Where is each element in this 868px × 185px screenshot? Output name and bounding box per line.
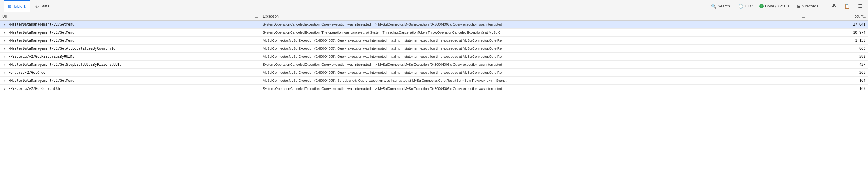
status-dot <box>760 4 764 8</box>
url-value: /MasterDataManagement/v2/GetAllLocalitie… <box>8 47 116 51</box>
row-expand-icon[interactable]: ▶ <box>2 22 7 27</box>
search-icon: 🔍 <box>711 4 716 9</box>
row-expand-icon[interactable]: ▶ <box>2 54 7 59</box>
cell-exception: MySqlConnector.MySqlException (0x8000400… <box>260 53 807 61</box>
cell-url: ▶/MasterDataManagement/v2/GetStopListUUI… <box>0 61 260 69</box>
copy-icon: 📋 <box>844 3 850 9</box>
cell-url: ▶/orders/v2/GetOrder <box>0 69 260 77</box>
table-row[interactable]: ▶/orders/v2/GetOrderMySqlConnector.MySql… <box>0 69 868 77</box>
row-expand-icon[interactable]: ▶ <box>2 78 7 83</box>
search-label: Search <box>718 4 730 8</box>
cell-exception: System.OperationCanceledException: Query… <box>260 21 807 29</box>
col-header-url[interactable]: Url ☰ <box>0 12 260 21</box>
cell-count: 1,158 <box>807 37 868 44</box>
cell-url: ▶/MasterDataManagement/v2/GetMenu <box>0 77 260 85</box>
copy-button[interactable]: 📋 <box>843 2 851 10</box>
table-row[interactable]: ▶/MasterDataManagement/v2/GetMenuMySqlCo… <box>0 77 868 85</box>
cell-url: ▶/MasterDataManagement/v2/GetMenu <box>0 37 260 44</box>
tab-table1-label: Table 1 <box>13 4 26 9</box>
url-value: /Pizzeria/v2/GetCurrentShift <box>8 87 66 91</box>
table-row[interactable]: ▶/MasterDataManagement/v2/GetMenuSystem.… <box>0 21 868 29</box>
cell-count: 160 <box>807 85 868 93</box>
cell-url: ▶/MasterDataManagement/v2/GetMenu <box>0 21 260 29</box>
table-body: ▶/MasterDataManagement/v2/GetMenuSystem.… <box>0 21 868 93</box>
utc-button[interactable]: 🕐 UTC <box>737 3 754 10</box>
table-row[interactable]: ▶/MasterDataManagement/v2/GetMenuSystem.… <box>0 29 868 37</box>
row-expand-icon[interactable]: ▶ <box>2 38 7 43</box>
records-label: 9 records <box>802 4 818 8</box>
tab-bar: ⊞ Table 1 ◎ Stats 🔍 Search 🕐 UTC Done (0… <box>0 0 868 12</box>
menu-icon: ☰ <box>858 3 862 9</box>
url-value: /orders/v2/GetOrder <box>8 70 48 75</box>
cell-count: 863 <box>807 44 868 53</box>
cell-exception: MySqlConnector.MySqlException (0x8000400… <box>260 69 807 77</box>
cell-count: 592 <box>807 53 868 61</box>
cell-count: 437 <box>807 61 868 69</box>
url-value: /MasterDataManagement/v2/GetStopListUUId… <box>8 62 122 67</box>
search-button[interactable]: 🔍 Search <box>709 3 732 10</box>
cell-url: ▶/Pizzeria/v2/GetPizzeriasByUUIDs <box>0 53 260 61</box>
url-value: /MasterDataManagement/v2/GetMenu <box>8 30 74 34</box>
table-row[interactable]: ▶/MasterDataManagement/v2/GetMenuMySqlCo… <box>0 37 868 44</box>
cell-count: 266 <box>807 69 868 77</box>
eye-icon: 👁 <box>832 4 836 9</box>
col-header-count[interactable]: count_ ☰ <box>807 12 868 21</box>
col-exception-label: Exception <box>263 14 279 19</box>
table-row[interactable]: ▶/MasterDataManagement/v2/GetAllLocaliti… <box>0 44 868 53</box>
toolbar: 🔍 Search 🕐 UTC Done (0.216 s) ⊞ 9 record… <box>709 2 864 10</box>
toolbar-divider <box>825 3 825 9</box>
records-button[interactable]: ⊞ 9 records <box>795 3 820 10</box>
table-icon: ⊞ <box>8 4 11 9</box>
cell-exception: MySqlConnector.MySqlException (0x8000400… <box>260 77 807 85</box>
col-count-menu-icon[interactable]: ☰ <box>863 14 866 19</box>
tab-table1[interactable]: ⊞ Table 1 <box>4 0 30 12</box>
stats-icon: ◎ <box>35 4 39 8</box>
cell-exception: System.OperationCanceledException: Query… <box>260 61 807 69</box>
cell-count: 164 <box>807 77 868 85</box>
url-value: /MasterDataManagement/v2/GetMenu <box>8 22 74 27</box>
tab-stats[interactable]: ◎ Stats <box>31 0 54 12</box>
table-header-row: Url ☰ Exception ☰ count_ ☰ <box>0 12 868 21</box>
tab-stats-label: Stats <box>40 4 50 8</box>
menu-button[interactable]: ☰ <box>856 2 864 10</box>
cell-exception: System.OperationCanceledException: The o… <box>260 29 807 37</box>
col-header-exception[interactable]: Exception ☰ <box>260 12 807 21</box>
status-badge: Done (0.216 s) <box>760 4 790 8</box>
status-label: Done (0.216 s) <box>765 4 790 8</box>
records-icon: ⊞ <box>797 4 801 9</box>
table-row[interactable]: ▶/MasterDataManagement/v2/GetStopListUUI… <box>0 61 868 69</box>
row-expand-icon[interactable]: ▶ <box>2 30 7 35</box>
cell-url: ▶/MasterDataManagement/v2/GetAllLocaliti… <box>0 44 260 53</box>
cell-url: ▶/MasterDataManagement/v2/GetMenu <box>0 29 260 37</box>
col-exception-menu-icon[interactable]: ☰ <box>802 14 805 19</box>
cell-exception: System.OperationCanceledException: Query… <box>260 85 807 93</box>
url-value: /MasterDataManagement/v2/GetMenu <box>8 79 74 83</box>
col-url-label: Url <box>2 14 7 19</box>
url-value: /MasterDataManagement/v2/GetMenu <box>8 38 74 42</box>
table-row[interactable]: ▶/Pizzeria/v2/GetPizzeriasByUUIDsMySqlCo… <box>0 53 868 61</box>
cell-count: 27,041 <box>807 21 868 29</box>
utc-label: UTC <box>745 4 753 8</box>
row-expand-icon[interactable]: ▶ <box>2 46 7 51</box>
row-expand-icon[interactable]: ▶ <box>2 86 7 91</box>
cell-exception: MySqlConnector.MySqlException (0x8000400… <box>260 37 807 44</box>
eye-button[interactable]: 👁 <box>830 2 838 10</box>
table-row[interactable]: ▶/Pizzeria/v2/GetCurrentShiftSystem.Oper… <box>0 85 868 93</box>
col-url-menu-icon[interactable]: ☰ <box>255 14 258 19</box>
cell-count: 10,974 <box>807 29 868 37</box>
cell-exception: MySqlConnector.MySqlException (0x8000400… <box>260 44 807 53</box>
clock-icon: 🕐 <box>738 4 743 9</box>
url-value: /Pizzeria/v2/GetPizzeriasByUUIDs <box>8 55 74 59</box>
tab-list: ⊞ Table 1 ◎ Stats <box>4 0 54 12</box>
row-expand-icon[interactable]: ▶ <box>2 62 7 67</box>
cell-url: ▶/Pizzeria/v2/GetCurrentShift <box>0 85 260 93</box>
row-expand-icon[interactable]: ▶ <box>2 70 7 75</box>
data-table: Url ☰ Exception ☰ count_ ☰ ▶/MasterDataM… <box>0 12 868 93</box>
